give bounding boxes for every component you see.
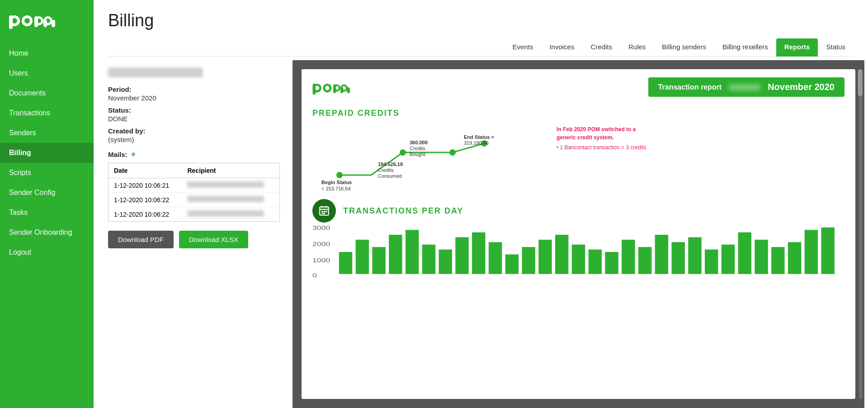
report-pom-logo xyxy=(312,78,353,97)
credits-section-content: Begin Status = 153.716,64 360.000 Credit… xyxy=(312,125,844,195)
table-row: 1-12-2020 10:06:22 xyxy=(108,207,280,222)
period-section: Period: November 2020 xyxy=(108,85,278,102)
svg-rect-23 xyxy=(347,87,350,93)
svg-rect-60 xyxy=(489,242,502,274)
download-pdf-button[interactable]: Download PDF xyxy=(108,231,174,248)
sidebar: Home Users Documents Transactions Sender… xyxy=(0,0,94,408)
report-month: November 2020 xyxy=(768,82,835,92)
pom-logo xyxy=(9,8,59,32)
credits-note-bullet: • 1 Bancontact transaction = 3 credits xyxy=(557,143,647,152)
row1-email xyxy=(182,178,279,193)
bar-chart-svg: 3000 2000 1000 0 xyxy=(312,223,844,281)
row3-email xyxy=(182,207,279,222)
svg-rect-63 xyxy=(538,240,552,274)
calendar-svg xyxy=(318,205,330,217)
svg-text:1000: 1000 xyxy=(312,257,330,263)
mails-header: Mails: + xyxy=(108,150,278,159)
sidebar-item-sender-config[interactable]: Sender Config xyxy=(0,183,94,203)
svg-rect-51 xyxy=(339,252,352,274)
report-header: Transaction report November 2020 xyxy=(302,69,855,105)
table-row: 1-12-2020 10:06:22 xyxy=(108,193,280,207)
col-recipient: Recipient xyxy=(182,163,279,178)
calendar-icon xyxy=(312,199,336,223)
svg-point-4 xyxy=(24,18,30,24)
created-by-label: Created by: xyxy=(108,127,278,135)
top-area: Billing Events Invoices Credits Rules Bi… xyxy=(94,0,868,57)
tab-invoices[interactable]: Invoices xyxy=(541,38,582,57)
table-row: 1-12-2020 10:06:21 xyxy=(108,178,280,193)
svg-text:319.190,46: 319.190,46 xyxy=(464,140,489,146)
sidebar-item-billing[interactable]: Billing xyxy=(0,143,94,163)
svg-text:2000: 2000 xyxy=(312,241,330,247)
sidebar-item-transactions[interactable]: Transactions xyxy=(0,103,94,123)
sidebar-item-tasks[interactable]: Tasks xyxy=(0,203,94,223)
tab-reports[interactable]: Reports xyxy=(776,38,818,57)
credits-diagram-svg: Begin Status = 153.716,64 360.000 Credit… xyxy=(312,125,538,195)
tab-events[interactable]: Events xyxy=(505,38,542,57)
tab-nav: Events Invoices Credits Rules Billing se… xyxy=(108,38,854,57)
sidebar-item-senders[interactable]: Senders xyxy=(0,123,94,143)
logo-area xyxy=(0,0,94,43)
report-title-badge: Transaction report November 2020 xyxy=(648,77,844,97)
row2-email xyxy=(182,193,279,207)
row1-date: 1-12-2020 10:06:21 xyxy=(108,178,182,193)
prepaid-credits-title: PREPAID CREDITS xyxy=(312,109,844,118)
svg-rect-77 xyxy=(771,247,784,274)
sidebar-item-home[interactable]: Home xyxy=(0,43,94,63)
download-xlsx-button[interactable]: Download XLSX xyxy=(179,231,248,248)
svg-rect-80 xyxy=(821,228,835,274)
svg-rect-67 xyxy=(605,252,618,274)
svg-rect-10 xyxy=(43,20,47,27)
svg-text:3000: 3000 xyxy=(312,225,330,231)
sidebar-item-users[interactable]: Users xyxy=(0,63,94,83)
svg-rect-68 xyxy=(622,240,635,274)
page-title: Billing xyxy=(108,11,854,30)
sidebar-item-sender-onboarding[interactable]: Sender Onboarding xyxy=(0,223,94,242)
svg-text:Credits: Credits xyxy=(410,146,425,151)
svg-point-16 xyxy=(325,85,330,90)
svg-rect-61 xyxy=(505,254,519,274)
credits-note-title: In Feb 2020 POM switched to a generic cr… xyxy=(557,125,647,142)
row2-date: 1-12-2020 10:06:22 xyxy=(108,193,182,207)
mails-label: Mails: xyxy=(108,151,127,158)
status-value: DONE xyxy=(108,115,278,123)
created-by-value: (system) xyxy=(108,136,278,143)
period-value: November 2020 xyxy=(108,94,278,102)
svg-rect-58 xyxy=(455,237,468,274)
svg-rect-54 xyxy=(389,235,402,274)
tab-billing-senders[interactable]: Billing senders xyxy=(654,38,714,57)
svg-rect-73 xyxy=(705,250,718,274)
svg-text:194.526,18: 194.526,18 xyxy=(378,161,403,167)
svg-rect-53 xyxy=(372,247,385,274)
svg-rect-56 xyxy=(422,245,435,274)
scrollbar-thumb[interactable] xyxy=(858,69,863,96)
sidebar-item-scripts[interactable]: Scripts xyxy=(0,163,94,183)
status-section: Status: DONE xyxy=(108,106,278,123)
tab-billing-resellers[interactable]: Billing resellers xyxy=(714,38,776,57)
svg-rect-65 xyxy=(572,245,585,274)
svg-rect-42 xyxy=(322,211,323,212)
tab-rules[interactable]: Rules xyxy=(620,38,654,57)
report-title-text: Transaction report xyxy=(658,83,722,91)
svg-rect-72 xyxy=(688,237,701,274)
svg-rect-9 xyxy=(34,16,38,27)
svg-rect-55 xyxy=(406,230,419,274)
credits-note: In Feb 2020 POM switched to a generic cr… xyxy=(557,125,647,152)
row3-date: 1-12-2020 10:06:22 xyxy=(108,207,182,222)
preview-panel: Transaction report November 2020 PREPAID… xyxy=(292,60,864,408)
sidebar-item-logout[interactable]: Logout xyxy=(0,242,94,262)
svg-point-25 xyxy=(400,149,406,156)
svg-rect-52 xyxy=(356,240,369,274)
svg-rect-70 xyxy=(655,235,668,274)
report-name-blurred xyxy=(108,67,203,77)
svg-rect-2 xyxy=(9,15,13,29)
action-buttons: Download PDF Download XLSX xyxy=(108,231,278,248)
tab-credits[interactable]: Credits xyxy=(582,38,620,57)
report-logo-svg xyxy=(312,78,353,97)
status-label: Status: xyxy=(108,106,278,114)
mails-add-button[interactable]: + xyxy=(131,150,136,159)
tab-status[interactable]: Status xyxy=(818,38,854,57)
transactions-section-header: TRANSACTIONS PER DAY xyxy=(312,199,844,223)
sidebar-item-documents[interactable]: Documents xyxy=(0,83,94,103)
svg-rect-14 xyxy=(313,83,316,94)
